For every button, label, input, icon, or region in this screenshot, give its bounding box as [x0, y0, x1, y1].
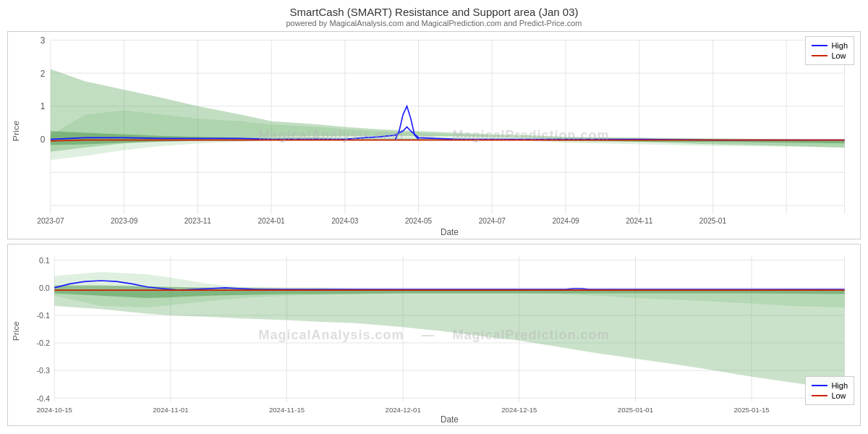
svg-text:-0.3: -0.3 [36, 366, 49, 375]
bottom-high-line-indicator [812, 385, 827, 386]
svg-text:2024-09: 2024-09 [552, 216, 579, 225]
bottom-low-line-indicator [812, 395, 827, 396]
high-line-indicator [812, 45, 827, 46]
title-section: SmartCash (SMART) Resistance and Support… [7, 6, 861, 27]
svg-text:2024-03: 2024-03 [331, 216, 358, 225]
svg-text:2: 2 [41, 68, 46, 78]
svg-text:2023-11: 2023-11 [184, 216, 211, 225]
top-chart-legend: High Low [805, 36, 854, 65]
bottom-chart-legend: High Low [805, 376, 854, 405]
main-title: SmartCash (SMART) Resistance and Support… [7, 6, 861, 18]
main-container: SmartCash (SMART) Resistance and Support… [0, 0, 868, 434]
legend-low-item: Low [812, 51, 848, 60]
low-line-indicator [812, 55, 827, 56]
svg-text:2024-07: 2024-07 [479, 216, 506, 225]
svg-text:2025-01: 2025-01 [699, 216, 726, 225]
svg-text:2024-11: 2024-11 [626, 216, 652, 225]
svg-text:0.0: 0.0 [39, 284, 50, 292]
svg-text:-0.1: -0.1 [36, 311, 49, 320]
svg-text:-0.4: -0.4 [36, 393, 49, 402]
top-chart-svg: 3 2 1 0 Price 2023-07 2023-09 2023-11 20… [8, 32, 860, 239]
svg-text:0: 0 [41, 135, 46, 145]
svg-text:Date: Date [441, 414, 459, 425]
svg-text:-0.2: -0.2 [36, 339, 49, 347]
high-label: High [831, 41, 848, 50]
svg-text:2024-11-01: 2024-11-01 [153, 405, 188, 413]
bottom-legend-high-item: High [812, 381, 848, 390]
svg-text:2025-01-01: 2025-01-01 [618, 405, 653, 413]
svg-text:2023-09: 2023-09 [111, 216, 137, 225]
subtitle: powered by MagicalAnalysis.com and Magic… [7, 19, 861, 27]
svg-text:Price: Price [11, 121, 21, 142]
svg-text:3: 3 [41, 35, 46, 46]
bottom-chart-container: 0.1 0.0 -0.1 -0.2 -0.3 -0.4 Price 2024-1… [7, 244, 861, 426]
svg-text:2024-11-15: 2024-11-15 [269, 405, 305, 413]
svg-text:2025-01-15: 2025-01-15 [733, 405, 769, 413]
bottom-low-label: Low [831, 391, 846, 400]
svg-text:2024-12-15: 2024-12-15 [501, 405, 537, 413]
charts-wrapper: 3 2 1 0 Price 2023-07 2023-09 2023-11 20… [7, 29, 861, 428]
legend-high-item: High [812, 41, 848, 50]
svg-text:2024-12-01: 2024-12-01 [386, 405, 421, 413]
svg-text:1: 1 [41, 101, 46, 111]
bottom-legend-low-item: Low [812, 391, 848, 400]
bottom-chart-svg: 0.1 0.0 -0.1 -0.2 -0.3 -0.4 Price 2024-1… [8, 244, 860, 425]
svg-text:2023-07: 2023-07 [37, 216, 64, 225]
svg-text:Date: Date [441, 227, 459, 237]
svg-text:2024-05: 2024-05 [405, 216, 432, 225]
svg-text:0.1: 0.1 [39, 256, 50, 265]
bottom-high-label: High [831, 381, 848, 390]
top-chart-container: 3 2 1 0 Price 2023-07 2023-09 2023-11 20… [7, 31, 861, 239]
svg-text:2024-10-15: 2024-10-15 [37, 405, 72, 413]
svg-marker-67 [54, 289, 844, 390]
svg-text:2024-01: 2024-01 [258, 216, 284, 225]
low-label: Low [831, 51, 846, 60]
svg-text:Price: Price [11, 320, 21, 341]
